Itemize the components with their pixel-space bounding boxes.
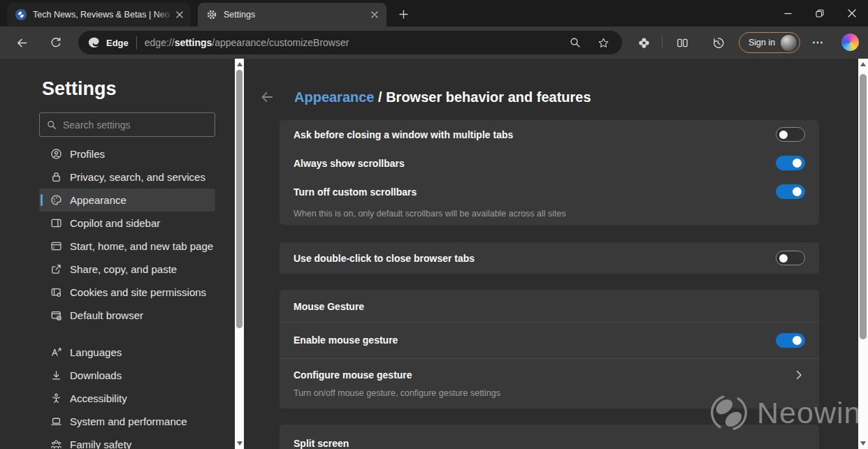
avatar	[781, 35, 797, 51]
sidebar-item-label: Family safety	[70, 439, 131, 449]
setting-row-configure-gesture[interactable]: Configure mouse gesture	[280, 361, 819, 389]
history-icon	[711, 36, 725, 50]
setting-label: Use double-click to close browser tabs	[294, 253, 776, 264]
sidebar-item-share-copy-paste[interactable]: Share, copy, and paste	[39, 258, 215, 281]
history-button[interactable]	[708, 33, 728, 52]
sidebar-item-languages[interactable]: Languages	[39, 341, 215, 364]
site-label: Edge	[106, 38, 129, 48]
toggle-knob	[779, 254, 788, 263]
setting-sublabel: Turn on/off mouse gesture, configure ges…	[294, 388, 500, 398]
copilot-button[interactable]	[841, 34, 859, 51]
toggle-knob	[779, 131, 788, 139]
double-click-toggle[interactable]	[776, 251, 805, 265]
tab-settings[interactable]: Settings	[198, 3, 386, 27]
translate-icon	[50, 346, 62, 358]
titlebar: Tech News, Reviews & Betas | Neo Setting…	[0, 0, 868, 27]
settings-card-mouse-gesture: Mouse Gesture Enable mouse gesture Confi…	[280, 290, 819, 408]
close-window-button[interactable]	[836, 0, 868, 27]
sidebar-item-accessibility[interactable]: Accessibility	[39, 387, 215, 410]
sidebar-item-default-browser[interactable]: Default browser	[39, 304, 215, 327]
neowin-favicon-icon	[15, 9, 27, 20]
settings-search-box[interactable]	[39, 112, 215, 137]
sidebar-item-start-home[interactable]: Start, home, and new tab page	[39, 235, 215, 258]
sidebar-item-downloads[interactable]: Downloads	[39, 364, 215, 387]
sidebar-item-privacy[interactable]: Privacy, search, and services	[39, 165, 215, 189]
lock-icon	[50, 171, 62, 183]
extensions-icon	[637, 36, 651, 50]
breadcrumb-separator: /	[375, 89, 386, 105]
extensions-button[interactable]	[634, 33, 653, 52]
tab-close-icon[interactable]	[173, 8, 186, 21]
split-screen-button[interactable]	[672, 33, 692, 52]
chevron-right-icon[interactable]	[793, 369, 805, 381]
restore-button[interactable]	[804, 0, 836, 27]
family-icon	[50, 439, 62, 449]
share-icon	[50, 263, 62, 275]
scroll-down-arrow[interactable]	[237, 441, 243, 446]
back-button[interactable]	[12, 33, 31, 52]
breadcrumb-appearance-link[interactable]: Appearance	[294, 89, 375, 105]
favorite-star-icon[interactable]	[594, 34, 612, 52]
back-arrow-icon	[15, 36, 29, 50]
section-header: Mouse Gesture	[294, 301, 805, 312]
divider	[280, 358, 819, 359]
sidebar-item-cookies-permissions[interactable]: Cookies and site permissions	[39, 281, 215, 304]
ask-close-toggle[interactable]	[776, 127, 805, 142]
refresh-button[interactable]	[46, 33, 66, 52]
setting-row-ask-close: Ask before closing a window with multipl…	[280, 120, 819, 149]
more-options-button[interactable]	[808, 33, 827, 52]
neowin-logo-icon	[709, 393, 748, 432]
search-icon[interactable]	[566, 34, 584, 52]
scroll-up-arrow[interactable]	[860, 62, 866, 66]
toolbar: Edge edge://settings/appearance/customiz…	[0, 27, 868, 59]
breadcrumb: Appearance / Browser behavior and featur…	[294, 89, 591, 105]
sidebar-item-family-safety[interactable]: Family safety	[39, 433, 215, 449]
scroll-down-arrow[interactable]	[860, 441, 866, 446]
settings-card-scrollbars: Ask before closing a window with multipl…	[280, 120, 819, 225]
scrollbar-thumb[interactable]	[860, 74, 867, 339]
toggle-knob	[793, 336, 802, 345]
main-content: Appearance / Browser behavior and featur…	[244, 59, 858, 449]
sidebar-scrollbar[interactable]	[235, 59, 244, 449]
sidebar-item-system-performance[interactable]: System and performance	[39, 410, 215, 433]
search-icon	[47, 120, 57, 130]
download-arrow-icon	[50, 369, 62, 381]
sign-in-label: Sign in	[748, 38, 775, 47]
enable-gesture-toggle[interactable]	[776, 333, 805, 348]
search-input[interactable]	[63, 119, 208, 131]
minimize-button[interactable]	[772, 0, 804, 27]
sidebar-item-label: System and performance	[70, 415, 187, 427]
sign-in-button[interactable]: Sign in	[739, 32, 800, 53]
copilot-icon	[841, 34, 859, 51]
breadcrumb-back-button[interactable]	[258, 88, 276, 106]
sidebar-item-copilot-sidebar[interactable]: Copilot and sidebar	[39, 212, 215, 235]
main-scrollbar[interactable]	[858, 59, 868, 449]
more-ellipsis-icon	[812, 37, 823, 48]
address-bar[interactable]: Edge edge://settings/appearance/customiz…	[78, 31, 622, 54]
setting-row-enable-gesture: Enable mouse gesture	[280, 323, 819, 358]
cookie-settings-icon	[50, 286, 62, 298]
profiles-icon	[50, 148, 62, 160]
tab-close-icon[interactable]	[368, 8, 381, 21]
custom-scrollbars-toggle[interactable]	[776, 184, 805, 199]
scroll-up-arrow[interactable]	[237, 62, 243, 66]
tab-neowin[interactable]: Tech News, Reviews & Betas | Neo	[7, 3, 190, 27]
sidebar-title: Settings	[42, 78, 117, 100]
page-header: Appearance / Browser behavior and featur…	[258, 88, 591, 106]
edge-logo-icon	[88, 36, 101, 49]
accessibility-person-icon	[50, 392, 62, 404]
sidebar-item-label: Copilot and sidebar	[70, 217, 160, 229]
nav-group-gap	[39, 327, 215, 341]
laptop-icon	[50, 415, 62, 427]
scrollbar-thumb[interactable]	[236, 70, 243, 328]
setting-sublabel: When this is on, only default scrollbars…	[294, 209, 566, 219]
show-scrollbars-toggle[interactable]	[776, 156, 805, 170]
setting-row-double-click: Use double-click to close browser tabs	[280, 244, 819, 272]
split-screen-icon	[676, 36, 689, 50]
sidebar-item-appearance[interactable]: Appearance	[39, 189, 215, 212]
browser-check-icon	[50, 309, 62, 321]
sidebar-item-label: Accessibility	[70, 392, 127, 404]
new-tab-button[interactable]	[394, 5, 412, 23]
sidebar-item-label: Profiles	[70, 148, 105, 160]
sidebar-item-profiles[interactable]: Profiles	[39, 142, 215, 165]
